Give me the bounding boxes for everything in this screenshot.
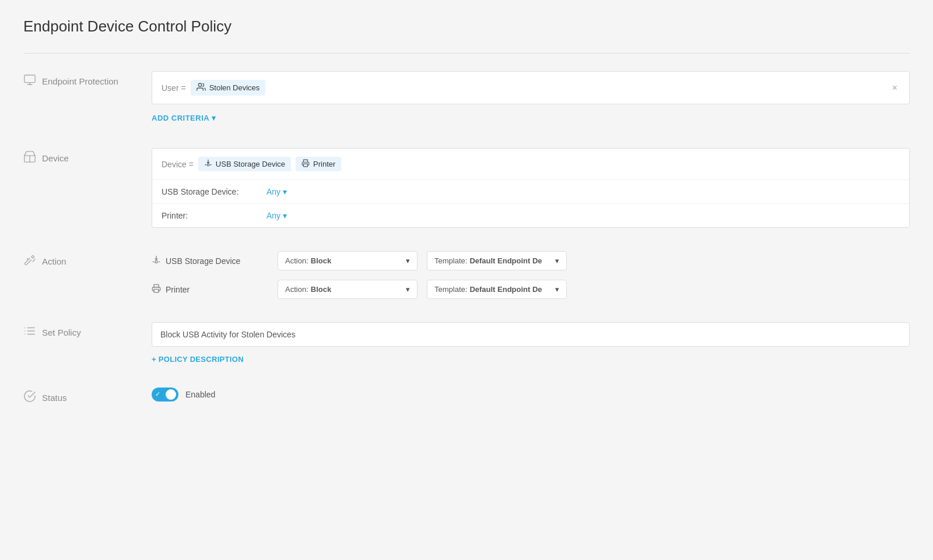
page-container: Endpoint Device Control Policy Endpoint …: [0, 0, 933, 560]
printer-device-tag[interactable]: Printer: [296, 157, 341, 171]
printer-action-row: Printer Action: Block ▾ Template: Defaul…: [152, 280, 910, 299]
device-section: Device Device = USB Storage Device: [23, 148, 910, 228]
printer-action-select[interactable]: Action: Block ▾: [278, 280, 418, 299]
printer-action-icon: [152, 284, 161, 295]
set-policy-content: + POLICY DESCRIPTION: [152, 322, 910, 364]
close-icon: ×: [892, 83, 897, 93]
printer-template-value: Default Endpoint De: [469, 285, 542, 294]
criteria-inner: User = Stolen Devices: [162, 80, 265, 96]
usb-template-select[interactable]: Template: Default Endpoint De ▾: [427, 251, 567, 270]
printer-any-text: Any: [266, 211, 280, 220]
policy-icon: [23, 325, 36, 340]
svg-rect-0: [24, 75, 35, 83]
usb-action-device-label: USB Storage Device: [152, 255, 268, 266]
printer-tag-icon: [301, 159, 310, 169]
action-section: Action USB Storage Device Action: Block: [23, 251, 910, 299]
status-label: Status: [23, 388, 152, 406]
usb-tag-text: USB Storage Device: [216, 160, 285, 168]
printer-action-device-label: Printer: [152, 284, 268, 295]
status-text: Status: [42, 393, 67, 403]
monitor-icon: [23, 73, 36, 89]
printer-any-chevron-icon: ▾: [283, 211, 287, 220]
usb-action-icon: [152, 255, 161, 266]
svg-rect-3: [304, 164, 308, 167]
device-text: Device: [42, 153, 69, 163]
users-icon: [197, 82, 206, 93]
usb-action-select-inner: Action: Block: [285, 256, 331, 265]
printer-template-select-inner: Template: Default Endpoint De: [434, 285, 542, 294]
criteria-tag-text: Stolen Devices: [209, 83, 260, 92]
action-content: USB Storage Device Action: Block ▾ Templ…: [152, 251, 910, 299]
endpoint-protection-content: User = Stolen Devices × ADD CRITER: [152, 71, 910, 125]
device-icon: [23, 150, 36, 166]
toggle-track: ✓: [152, 388, 178, 401]
usb-action-key: Action:: [285, 256, 308, 265]
device-criteria-label: Device =: [162, 160, 194, 169]
endpoint-protection-section: Endpoint Protection User = Stolen Device…: [23, 71, 910, 125]
toggle-check-icon: ✓: [155, 390, 160, 398]
usb-storage-row: USB Storage Device: Any ▾: [152, 180, 909, 204]
action-label: Action: [23, 251, 152, 269]
toggle-thumb: [166, 389, 176, 400]
printer-action-chevron-icon: ▾: [406, 285, 410, 294]
usb-tag-icon: [204, 159, 212, 169]
usb-template-chevron-icon: ▾: [555, 256, 559, 265]
printer-action-label-text: Printer: [166, 285, 190, 294]
add-description-label: + POLICY DESCRIPTION: [152, 355, 244, 364]
set-policy-section: Set Policy + POLICY DESCRIPTION: [23, 322, 910, 364]
status-content: ✓ Enabled: [152, 388, 910, 401]
printer-row: Printer: Any ▾: [152, 204, 909, 227]
criteria-label: User =: [162, 83, 186, 93]
printer-template-chevron-icon: ▾: [555, 285, 559, 294]
printer-action-key: Action:: [285, 285, 308, 294]
usb-template-select-inner: Template: Default Endpoint De: [434, 256, 542, 265]
remove-criteria-button[interactable]: ×: [890, 83, 900, 93]
add-criteria-button[interactable]: ADD CRITERIA ▾: [152, 111, 216, 125]
usb-any-text: Any: [266, 187, 280, 196]
action-icon: [23, 253, 36, 269]
status-enabled-label: Enabled: [185, 390, 215, 399]
svg-point-4: [155, 260, 157, 263]
add-criteria-chevron-icon: ▾: [212, 114, 216, 122]
usb-action-label-text: USB Storage Device: [166, 256, 240, 266]
set-policy-text: Set Policy: [42, 327, 81, 337]
usb-any-chevron-icon: ▾: [283, 187, 287, 196]
usb-action-value: Block: [311, 256, 331, 265]
usb-action-select[interactable]: Action: Block ▾: [278, 251, 418, 270]
add-criteria-label: ADD CRITERIA: [152, 114, 209, 122]
printer-template-select[interactable]: Template: Default Endpoint De ▾: [427, 280, 567, 299]
svg-rect-5: [154, 289, 159, 292]
usb-action-chevron-icon: ▾: [406, 256, 410, 265]
usb-template-key: Template:: [434, 256, 467, 265]
svg-point-2: [207, 164, 209, 166]
status-icon: [23, 390, 36, 406]
set-policy-label: Set Policy: [23, 322, 152, 340]
device-content: Device = USB Storage Device: [152, 148, 910, 228]
usb-row-label: USB Storage Device:: [162, 187, 266, 196]
usb-template-value: Default Endpoint De: [469, 256, 542, 265]
criteria-box: User = Stolen Devices ×: [152, 71, 910, 104]
add-policy-description-button[interactable]: + POLICY DESCRIPTION: [152, 355, 244, 364]
device-label: Device: [23, 148, 152, 166]
usb-action-row: USB Storage Device Action: Block ▾ Templ…: [152, 251, 910, 270]
printer-action-select-inner: Action: Block: [285, 285, 331, 294]
user-criteria-tag[interactable]: Stolen Devices: [191, 80, 266, 96]
page-title: Endpoint Device Control Policy: [23, 17, 910, 36]
device-box: Device = USB Storage Device: [152, 148, 910, 228]
endpoint-protection-label: Endpoint Protection: [23, 71, 152, 89]
printer-any-dropdown[interactable]: Any ▾: [266, 211, 287, 220]
status-toggle[interactable]: ✓: [152, 388, 178, 401]
policy-name-input[interactable]: [152, 322, 910, 347]
svg-point-1: [198, 83, 201, 86]
usb-device-tag[interactable]: USB Storage Device: [198, 157, 291, 171]
device-header: Device = USB Storage Device: [152, 149, 909, 180]
printer-action-value: Block: [311, 285, 331, 294]
action-text: Action: [42, 256, 66, 266]
page-divider: [23, 53, 910, 54]
endpoint-protection-text: Endpoint Protection: [42, 76, 118, 86]
status-section: Status ✓ Enabled: [23, 388, 910, 406]
printer-tag-text: Printer: [313, 160, 335, 168]
printer-template-key: Template:: [434, 285, 467, 294]
usb-any-dropdown[interactable]: Any ▾: [266, 187, 287, 196]
printer-row-label: Printer:: [162, 211, 266, 220]
